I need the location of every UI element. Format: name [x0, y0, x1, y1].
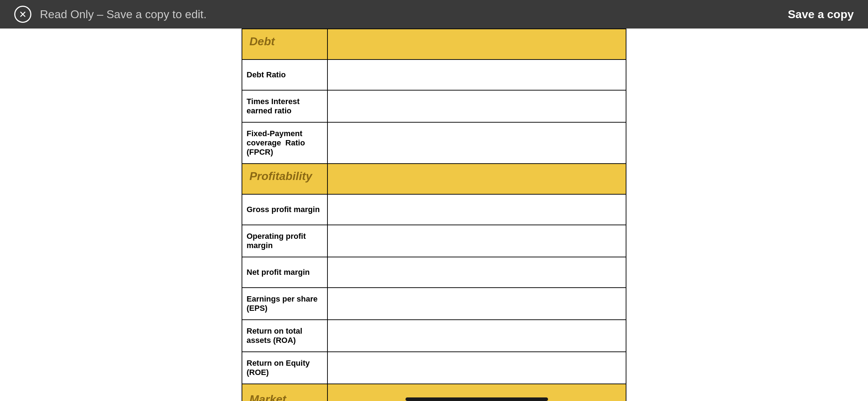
- profitability-header-cell: Profitability: [242, 164, 327, 194]
- debt-ratio-label: Debt Ratio: [242, 60, 327, 90]
- market-header-cell: Market: [242, 384, 327, 401]
- eps-label: Earnings per share (EPS): [242, 288, 327, 320]
- debt-ratio-value: [327, 60, 626, 90]
- market-header-value: [327, 384, 626, 401]
- table-row: Operating profit margin: [242, 225, 626, 257]
- banner-left: Read Only – Save a copy to edit.: [14, 6, 207, 23]
- table-row: Return on Equity (ROE): [242, 352, 626, 384]
- market-header-label: Market: [249, 393, 286, 401]
- times-interest-value: [327, 90, 626, 122]
- times-interest-label: Times Interest earned ratio: [242, 90, 327, 122]
- read-only-text: Read Only – Save a copy to edit.: [40, 8, 207, 21]
- net-profit-value: [327, 257, 626, 288]
- operating-profit-label: Operating profit margin: [242, 225, 327, 257]
- roa-value: [327, 320, 626, 352]
- horizontal-scrollbar[interactable]: [405, 397, 548, 401]
- market-category-row: Market: [242, 384, 626, 401]
- fpcr-label: Fixed-Payment coverage Ratio (FPCR): [242, 122, 327, 164]
- table-row: Return on total assets (ROA): [242, 320, 626, 352]
- roe-value: [327, 352, 626, 384]
- eps-value: [327, 288, 626, 320]
- top-banner: Read Only – Save a copy to edit. Save a …: [0, 0, 868, 29]
- table-row: Debt Ratio: [242, 60, 626, 90]
- table-row: Net profit margin: [242, 257, 626, 288]
- main-content: Debt Debt Ratio Times Interest earned ra…: [0, 29, 868, 401]
- operating-profit-value: [327, 225, 626, 257]
- table-row: Fixed-Payment coverage Ratio (FPCR): [242, 122, 626, 164]
- ratio-table: Debt Debt Ratio Times Interest earned ra…: [242, 29, 626, 401]
- debt-header-value: [327, 29, 626, 60]
- debt-category-row: Debt: [242, 29, 626, 60]
- roa-label: Return on total assets (ROA): [242, 320, 327, 352]
- debt-header-cell: Debt: [242, 29, 327, 60]
- fpcr-value: [327, 122, 626, 164]
- save-copy-button[interactable]: Save a copy: [788, 8, 854, 21]
- table-row: Times Interest earned ratio: [242, 90, 626, 122]
- close-button[interactable]: [14, 6, 31, 23]
- roe-label: Return on Equity (ROE): [242, 352, 327, 384]
- net-profit-label: Net profit margin: [242, 257, 327, 288]
- table-row: Earnings per share (EPS): [242, 288, 626, 320]
- profitability-header-value: [327, 164, 626, 194]
- gross-profit-value: [327, 194, 626, 225]
- gross-profit-label: Gross profit margin: [242, 194, 327, 225]
- profitability-header-label: Profitability: [249, 170, 312, 182]
- profitability-category-row: Profitability: [242, 164, 626, 194]
- table-row: Gross profit margin: [242, 194, 626, 225]
- debt-header-label: Debt: [249, 35, 275, 48]
- scrollbar-container: [335, 390, 619, 401]
